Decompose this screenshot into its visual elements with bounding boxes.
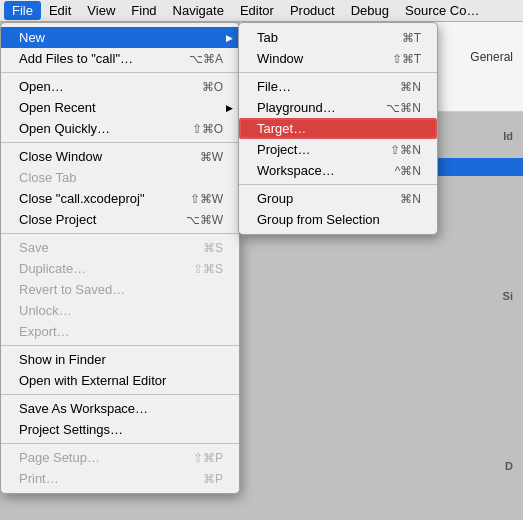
- menu-item-close-tab[interactable]: Close Tab: [1, 167, 239, 188]
- page-setup-shortcut: ⇧⌘P: [193, 451, 223, 465]
- close-xcodeproj-label: Close "call.xcodeproj": [19, 191, 145, 206]
- workspace-shortcut: ^⌘N: [395, 164, 421, 178]
- menu-item-close-window[interactable]: Close Window ⌘W: [1, 146, 239, 167]
- menu-item-show-finder[interactable]: Show in Finder: [1, 349, 239, 370]
- project-label: Project…: [257, 142, 310, 157]
- submenu-item-group-selection[interactable]: Group from Selection: [239, 209, 437, 230]
- separator: [1, 142, 239, 143]
- open-label: Open…: [19, 79, 64, 94]
- menubar-item-debug[interactable]: Debug: [343, 1, 397, 20]
- window-label: Window: [257, 51, 303, 66]
- project-settings-label: Project Settings…: [19, 422, 123, 437]
- print-label: Print…: [19, 471, 59, 486]
- d-label: D: [505, 460, 513, 472]
- menubar-item-find[interactable]: Find: [123, 1, 164, 20]
- menu-item-unlock[interactable]: Unlock…: [1, 300, 239, 321]
- general-label: General: [470, 50, 513, 64]
- file-shortcut: ⌘N: [400, 80, 421, 94]
- menu-item-page-setup[interactable]: Page Setup… ⇧⌘P: [1, 447, 239, 468]
- menu-item-add-files[interactable]: Add Files to "call"… ⌥⌘A: [1, 48, 239, 69]
- group-shortcut: ⌘N: [400, 192, 421, 206]
- export-label: Export…: [19, 324, 70, 339]
- close-window-shortcut: ⌘W: [200, 150, 223, 164]
- separator: [1, 443, 239, 444]
- unlock-label: Unlock…: [19, 303, 72, 318]
- close-project-shortcut: ⌥⌘W: [186, 213, 223, 227]
- submenu-item-file[interactable]: File… ⌘N: [239, 76, 437, 97]
- menu-item-new[interactable]: New: [1, 27, 239, 48]
- show-finder-label: Show in Finder: [19, 352, 106, 367]
- submenu-item-group[interactable]: Group ⌘N: [239, 188, 437, 209]
- close-tab-label: Close Tab: [19, 170, 77, 185]
- add-files-shortcut: ⌥⌘A: [189, 52, 223, 66]
- page-setup-label: Page Setup…: [19, 450, 100, 465]
- add-files-label: Add Files to "call"…: [19, 51, 133, 66]
- save-workspace-label: Save As Workspace…: [19, 401, 148, 416]
- save-label: Save: [19, 240, 49, 255]
- close-window-label: Close Window: [19, 149, 102, 164]
- workspace-label: Workspace…: [257, 163, 335, 178]
- menu-item-external-editor[interactable]: Open with External Editor: [1, 370, 239, 391]
- separator: [1, 72, 239, 73]
- playground-shortcut: ⌥⌘N: [386, 101, 421, 115]
- submenu-item-playground[interactable]: Playground… ⌥⌘N: [239, 97, 437, 118]
- submenu-separator: [239, 184, 437, 185]
- file-label: File…: [257, 79, 291, 94]
- open-quickly-label: Open Quickly…: [19, 121, 110, 136]
- menu-item-duplicate[interactable]: Duplicate… ⇧⌘S: [1, 258, 239, 279]
- menu-item-open-recent[interactable]: Open Recent: [1, 97, 239, 118]
- separator: [1, 345, 239, 346]
- duplicate-shortcut: ⇧⌘S: [193, 262, 223, 276]
- menu-item-open-quickly[interactable]: Open Quickly… ⇧⌘O: [1, 118, 239, 139]
- menu-item-project-settings[interactable]: Project Settings…: [1, 419, 239, 440]
- submenu-item-workspace[interactable]: Workspace… ^⌘N: [239, 160, 437, 181]
- external-editor-label: Open with External Editor: [19, 373, 166, 388]
- d-section: D: [505, 460, 513, 472]
- duplicate-label: Duplicate…: [19, 261, 86, 276]
- submenu-item-tab[interactable]: Tab ⌘T: [239, 27, 437, 48]
- open-quickly-shortcut: ⇧⌘O: [192, 122, 223, 136]
- menu-item-revert[interactable]: Revert to Saved…: [1, 279, 239, 300]
- menubar-item-navigate[interactable]: Navigate: [165, 1, 232, 20]
- submenu-separator: [239, 72, 437, 73]
- si-label: Si: [503, 290, 513, 302]
- window-shortcut: ⇧⌘T: [392, 52, 421, 66]
- menubar-item-product[interactable]: Product: [282, 1, 343, 20]
- id-section: Id: [503, 130, 513, 142]
- id-label: Id: [503, 130, 513, 142]
- submenu-item-window[interactable]: Window ⇧⌘T: [239, 48, 437, 69]
- file-menu: New Add Files to "call"… ⌥⌘A Open… ⌘O Op…: [0, 22, 240, 494]
- new-submenu: Tab ⌘T Window ⇧⌘T File… ⌘N Playground… ⌥…: [238, 22, 438, 235]
- close-project-label: Close Project: [19, 212, 96, 227]
- revert-label: Revert to Saved…: [19, 282, 125, 297]
- tab-label: Tab: [257, 30, 278, 45]
- menubar-item-edit[interactable]: Edit: [41, 1, 79, 20]
- open-recent-label: Open Recent: [19, 100, 96, 115]
- menubar-item-editor[interactable]: Editor: [232, 1, 282, 20]
- menu-item-close-xcodeproj[interactable]: Close "call.xcodeproj" ⇧⌘W: [1, 188, 239, 209]
- menubar-item-source[interactable]: Source Co…: [397, 1, 487, 20]
- open-shortcut: ⌘O: [202, 80, 223, 94]
- menu-item-print[interactable]: Print… ⌘P: [1, 468, 239, 489]
- submenu-item-target[interactable]: Target…: [239, 118, 437, 139]
- menubar-item-view[interactable]: View: [79, 1, 123, 20]
- menu-item-export[interactable]: Export…: [1, 321, 239, 342]
- separator: [1, 233, 239, 234]
- playground-label: Playground…: [257, 100, 336, 115]
- menu-item-close-project[interactable]: Close Project ⌥⌘W: [1, 209, 239, 230]
- separator: [1, 394, 239, 395]
- target-label: Target…: [257, 121, 306, 136]
- submenu-item-project[interactable]: Project… ⇧⌘N: [239, 139, 437, 160]
- tab-shortcut: ⌘T: [402, 31, 421, 45]
- menu-item-save[interactable]: Save ⌘S: [1, 237, 239, 258]
- menubar: File Edit View Find Navigate Editor Prod…: [0, 0, 523, 22]
- menu-item-new-label: New: [19, 30, 45, 45]
- menu-item-save-workspace[interactable]: Save As Workspace…: [1, 398, 239, 419]
- group-label: Group: [257, 191, 293, 206]
- project-shortcut: ⇧⌘N: [390, 143, 421, 157]
- menu-item-open[interactable]: Open… ⌘O: [1, 76, 239, 97]
- menubar-item-file[interactable]: File: [4, 1, 41, 20]
- si-section: Si: [503, 290, 513, 302]
- group-selection-label: Group from Selection: [257, 212, 380, 227]
- close-xcodeproj-shortcut: ⇧⌘W: [190, 192, 223, 206]
